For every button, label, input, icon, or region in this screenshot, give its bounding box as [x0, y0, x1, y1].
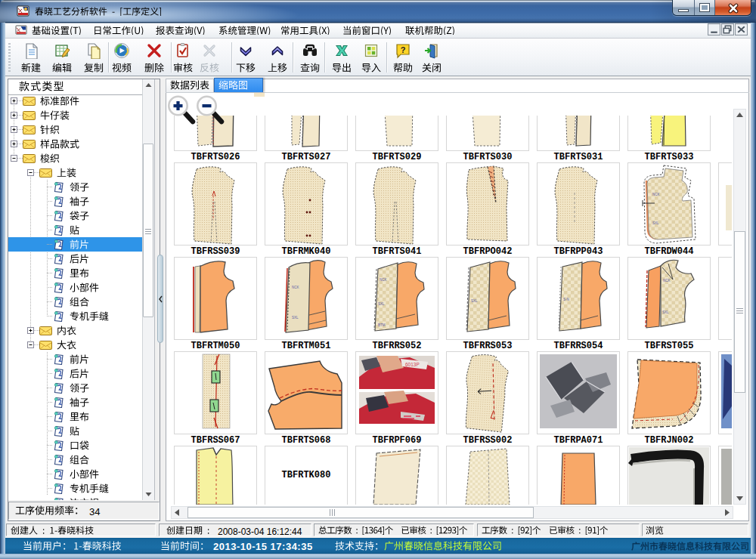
svg-text:6013P: 6013P [405, 362, 420, 367]
svg-text:S-N: S-N [563, 298, 569, 301]
svg-text:SXL: SXL [471, 299, 478, 303]
svg-text:SXL: SXL [292, 316, 299, 320]
svg-text:NCK: NCK [292, 286, 299, 289]
svg-text:SXL: SXL [652, 221, 659, 225]
svg-text:NCK: NCK [380, 278, 387, 282]
svg-text:BTM: BTM [378, 323, 386, 327]
svg-text:SXL: SXL [662, 310, 669, 314]
svg-text:SXL: SXL [378, 302, 385, 306]
svg-text:NCK: NCK [652, 193, 660, 196]
svg-text:?: ? [401, 45, 406, 54]
svg-text:NCK: NCK [663, 279, 671, 283]
